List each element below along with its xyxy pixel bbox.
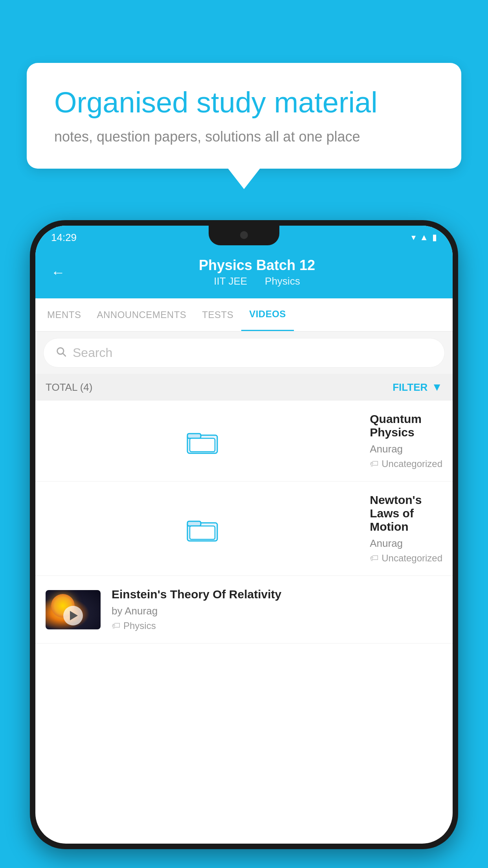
search-box[interactable]: Search [43,338,445,368]
tag-icon-3: 🏷 [112,621,120,631]
video-author-1: Anurag [370,443,442,455]
tag-label-2: Uncategorized [382,553,442,564]
header-title-block: Physics Batch 12 IIT JEE Physics [77,257,437,287]
status-time: 14:29 [51,232,77,244]
bubble-subtitle: notes, question papers, solutions all at… [54,129,434,145]
svg-rect-6 [187,521,201,526]
video-title-2: Newton's Laws of Motion [370,493,442,533]
video-thumbnail-1 [46,425,359,457]
signal-icon: ▲ [420,232,428,243]
header-subtitle: IIT JEE Physics [77,275,437,287]
phone-screen: 14:29 ▾ ▲ ▮ ← Physics Batch 12 IIT JEE P… [35,226,453,844]
battery-icon: ▮ [432,232,437,243]
header-physics: Physics [265,275,300,287]
status-icons: ▾ ▲ ▮ [411,232,437,243]
video-tag-2: 🏷 Uncategorized [370,553,442,564]
search-placeholder: Search [73,346,112,360]
total-count: TOTAL (4) [46,381,92,394]
notch [209,226,279,245]
app-header: ← Physics Batch 12 IIT JEE Physics [35,249,453,298]
svg-rect-4 [190,438,215,452]
tag-icon-2: 🏷 [370,553,378,563]
video-info-2: Newton's Laws of Motion Anurag 🏷 Uncateg… [370,493,442,564]
video-author-3: by Anurag [112,605,442,617]
list-item[interactable]: Quantum Physics Anurag 🏷 Uncategorized [35,401,453,482]
list-item[interactable]: Einstein's Theory Of Relativity by Anura… [35,576,453,644]
svg-rect-3 [187,434,201,438]
svg-line-1 [63,353,65,356]
speech-bubble: Organised study material notes, question… [27,63,461,169]
filter-bar: TOTAL (4) FILTER ▼ [35,374,453,401]
search-container: Search [35,332,453,374]
video-info-1: Quantum Physics Anurag 🏷 Uncategorized [370,412,442,469]
video-thumbnail-2 [46,513,359,544]
tag-icon-1: 🏷 [370,459,378,469]
header-title: Physics Batch 12 [77,257,437,274]
back-button[interactable]: ← [51,264,65,281]
video-author-2: Anurag [370,537,442,550]
video-tag-1: 🏷 Uncategorized [370,458,442,469]
phone-frame: 14:29 ▾ ▲ ▮ ← Physics Batch 12 IIT JEE P… [30,220,458,849]
tab-tests[interactable]: TESTS [194,299,241,331]
video-info-3: Einstein's Theory Of Relativity by Anura… [112,588,442,631]
video-thumbnail-3 [46,590,101,629]
video-list: Quantum Physics Anurag 🏷 Uncategorized [35,401,453,644]
filter-label: FILTER [393,381,427,394]
video-title-3: Einstein's Theory Of Relativity [112,588,442,601]
bubble-title: Organised study material [54,86,434,118]
tag-label-1: Uncategorized [382,458,442,469]
wifi-icon: ▾ [411,232,416,243]
tab-videos[interactable]: VIDEOS [241,298,294,331]
filter-icon: ▼ [431,381,442,394]
header-iit: IIT JEE [214,275,247,287]
status-bar: 14:29 ▾ ▲ ▮ [35,226,453,249]
video-title-1: Quantum Physics [370,412,442,439]
video-tag-3: 🏷 Physics [112,620,442,631]
tag-label-3: Physics [123,620,156,631]
filter-button[interactable]: FILTER ▼ [393,381,442,394]
tab-ments[interactable]: MENTS [39,299,89,331]
svg-rect-7 [190,526,215,539]
tab-announcements[interactable]: ANNOUNCEMENTS [89,299,194,331]
camera [240,231,248,239]
search-icon [55,346,66,360]
tabs-bar: MENTS ANNOUNCEMENTS TESTS VIDEOS [35,298,453,332]
list-item[interactable]: Newton's Laws of Motion Anurag 🏷 Uncateg… [35,482,453,576]
